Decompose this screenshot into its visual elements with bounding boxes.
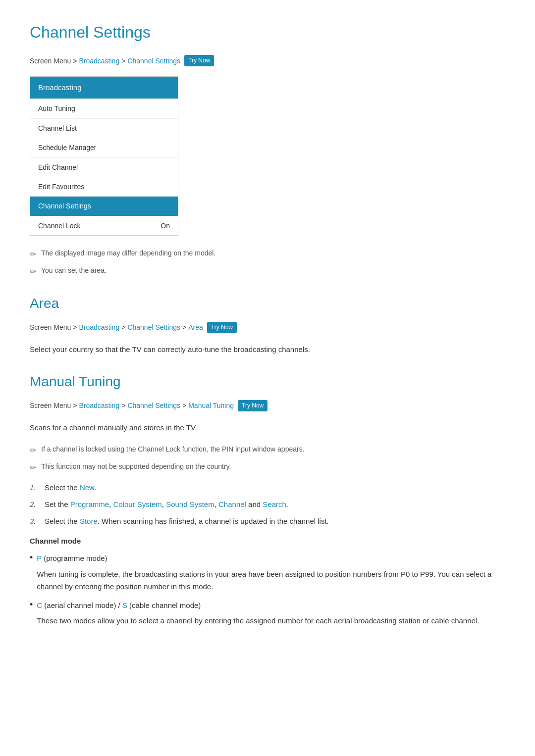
menu-item-channel-lock[interactable]: Channel Lock On <box>30 216 178 235</box>
breadcrumb-link-broadcasting[interactable]: Broadcasting <box>79 55 119 66</box>
page-title: Channel Settings <box>30 20 505 45</box>
bullet-dot-cs: • <box>30 599 33 610</box>
step-num-1: 1. <box>30 482 40 494</box>
pencil-icon-mt-1: ✏ <box>30 444 36 457</box>
menu-item-channel-settings[interactable]: Channel Settings <box>30 196 178 215</box>
menu-header: Broadcasting <box>30 77 178 99</box>
bullet-p-letter: P <box>37 554 42 562</box>
menu-item-channel-lock-label: Channel Lock <box>38 220 81 231</box>
mt-note-text-2: This function may not be supported depen… <box>41 461 231 472</box>
mt-link-channel-settings[interactable]: Channel Settings <box>127 400 180 411</box>
try-now-badge-1[interactable]: Try Now <box>184 55 214 66</box>
area-breadcrumb-prefix: Screen Menu <box>30 322 71 333</box>
step-2-link-programme[interactable]: Programme <box>70 500 109 508</box>
bullet-content-p: P (programme mode) When tuning is comple… <box>37 552 505 593</box>
mt-note-1: ✏ If a channel is locked using the Chann… <box>30 444 505 457</box>
step-3-text: Select the Store. When scanning has fini… <box>45 515 329 527</box>
bullet-content-cs: C (aerial channel mode) / S (cable chann… <box>37 599 479 627</box>
area-desc: Select your country so that the TV can c… <box>30 343 505 356</box>
breadcrumb-1: Screen Menu > Broadcasting > Channel Set… <box>30 55 505 66</box>
mt-sep-1: > <box>73 400 77 411</box>
bullet-item-p: • P (programme mode) When tuning is comp… <box>30 552 505 593</box>
step-2-link-colour-system[interactable]: Colour System <box>113 500 161 508</box>
area-sep-3: > <box>182 322 186 333</box>
bullet-p-desc: When tuning is complete, the broadcastin… <box>37 568 505 593</box>
area-sep-2: > <box>121 322 125 333</box>
mt-sep-3: > <box>182 400 186 411</box>
step-num-3: 3. <box>30 515 40 527</box>
menu-item-edit-favourites[interactable]: Edit Favourites <box>30 177 178 196</box>
menu-item-edit-channel[interactable]: Edit Channel <box>30 157 178 177</box>
menu-box: Broadcasting Auto Tuning Channel List Sc… <box>30 76 178 236</box>
step-3-link-store[interactable]: Store <box>80 517 98 525</box>
menu-item-channel-lock-value: On <box>160 220 170 231</box>
bullet-c-letter: C <box>37 601 42 609</box>
bullet-item-cs: • C (aerial channel mode) / S (cable cha… <box>30 599 505 627</box>
step-1: 1. Select the New. <box>30 482 505 494</box>
step-1-text: Select the New. <box>45 482 96 494</box>
mt-link-manual-tuning[interactable]: Manual Tuning <box>188 400 234 411</box>
manual-tuning-steps: 1. Select the New. 2. Set the Programme,… <box>30 482 505 527</box>
step-1-link-new[interactable]: New <box>80 483 94 492</box>
breadcrumb-area: Screen Menu > Broadcasting > Channel Set… <box>30 322 505 333</box>
mt-link-broadcasting[interactable]: Broadcasting <box>79 400 119 411</box>
bullet-s-letter: S <box>122 601 127 609</box>
area-link-broadcasting[interactable]: Broadcasting <box>79 322 119 333</box>
manual-tuning-desc: Scans for a channel manually and stores … <box>30 421 505 434</box>
menu-item-channel-list[interactable]: Channel List <box>30 118 178 138</box>
menu-item-auto-tuning[interactable]: Auto Tuning <box>30 99 178 118</box>
pencil-icon-1: ✏ <box>30 248 36 261</box>
breadcrumb-sep-2: > <box>121 55 125 66</box>
mt-breadcrumb-prefix: Screen Menu <box>30 400 71 411</box>
bullet-dot-p: • <box>30 552 33 563</box>
step-2: 2. Set the Programme, Colour System, Sou… <box>30 499 505 510</box>
step-num-2: 2. <box>30 499 40 510</box>
channel-mode-list: • P (programme mode) When tuning is comp… <box>30 552 505 627</box>
manual-tuning-notes: ✏ If a channel is locked using the Chann… <box>30 444 505 474</box>
area-link-channel-settings[interactable]: Channel Settings <box>127 322 180 333</box>
bullet-c-suffix: (aerial channel mode) / <box>44 601 122 609</box>
pencil-icon-2: ✏ <box>30 265 36 278</box>
notes-section-1: ✏ The displayed image may differ dependi… <box>30 248 505 278</box>
mt-note-text-1: If a channel is locked using the Channel… <box>41 444 305 454</box>
try-now-badge-mt[interactable]: Try Now <box>238 400 268 411</box>
note-text-1: The displayed image may differ depending… <box>41 248 215 258</box>
bullet-p-suffix: (programme mode) <box>44 554 107 562</box>
pencil-icon-mt-2: ✏ <box>30 461 36 474</box>
try-now-badge-area[interactable]: Try Now <box>207 322 237 333</box>
step-2-link-sound-system[interactable]: Sound System <box>166 500 214 508</box>
step-2-link-channel[interactable]: Channel <box>218 500 246 508</box>
breadcrumb-prefix: Screen Menu <box>30 55 71 66</box>
note-item-2: ✏ You can set the area. <box>30 265 505 278</box>
note-item-1: ✏ The displayed image may differ dependi… <box>30 248 505 261</box>
step-2-text: Set the Programme, Colour System, Sound … <box>45 499 288 510</box>
note-text-2: You can set the area. <box>41 265 107 276</box>
channel-mode-title: Channel mode <box>30 535 505 547</box>
breadcrumb-sep-1: > <box>73 55 77 66</box>
area-link-area[interactable]: Area <box>188 322 203 333</box>
area-sep-1: > <box>73 322 77 333</box>
step-3: 3. Select the Store. When scanning has f… <box>30 515 505 527</box>
breadcrumb-manual-tuning: Screen Menu > Broadcasting > Channel Set… <box>30 400 505 411</box>
bullet-s-suffix: (cable channel mode) <box>129 601 201 609</box>
step-2-link-search[interactable]: Search <box>263 500 286 508</box>
breadcrumb-link-channel-settings[interactable]: Channel Settings <box>127 55 180 66</box>
bullet-cs-desc: These two modes allow you to select a ch… <box>37 614 479 627</box>
mt-sep-2: > <box>121 400 125 411</box>
manual-tuning-title: Manual Tuning <box>30 371 505 393</box>
mt-note-2: ✏ This function may not be supported dep… <box>30 461 505 474</box>
menu-item-schedule-manager[interactable]: Schedule Manager <box>30 138 178 157</box>
area-section-title: Area <box>30 293 505 315</box>
